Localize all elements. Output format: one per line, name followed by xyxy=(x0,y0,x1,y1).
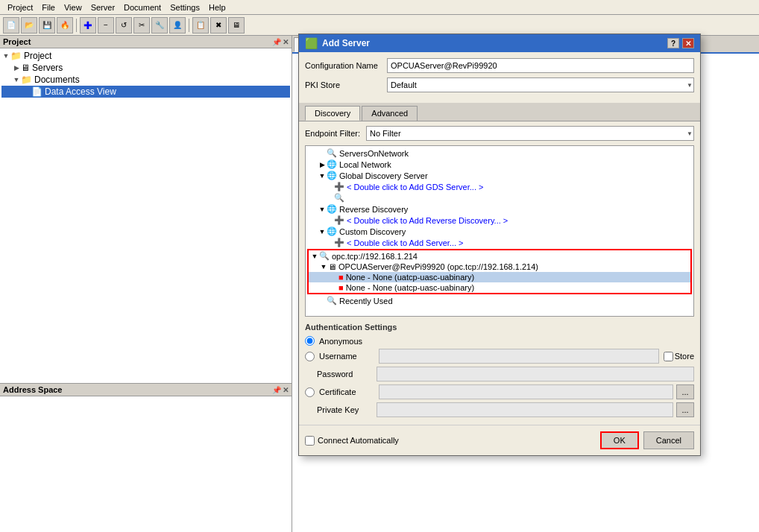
addrev-icon: ➕ xyxy=(334,215,344,225)
menu-document[interactable]: Document xyxy=(119,3,166,12)
user-btn[interactable]: 👤 xyxy=(169,17,186,34)
cross-btn[interactable]: ✖ xyxy=(210,17,227,34)
d-item-add-rev[interactable]: ➕ < Double click to Add Reverse Discover… xyxy=(307,215,692,226)
menu-settings[interactable]: Settings xyxy=(166,3,204,12)
d-item-none-none-1[interactable]: ■ None - None (uatcp-uasc-uabinary) xyxy=(309,272,690,282)
d-label-opc: opc.tcp://192.168.1.214 xyxy=(332,252,418,261)
auth-username-row: Username Store xyxy=(305,349,694,364)
d-item-opc-tcp[interactable]: ▼ 🔍 opc.tcp://192.168.1.214 xyxy=(309,250,690,262)
d-item-recently-used[interactable]: 🔍 Recently Used xyxy=(307,295,692,306)
d-expand-rev[interactable]: ▼ xyxy=(318,206,327,213)
address-close-icon[interactable]: ✕ xyxy=(283,386,289,394)
expand-documents[interactable]: ▼ xyxy=(12,76,21,83)
d-item-search-gds[interactable]: 🔍 xyxy=(307,192,692,203)
d-expand-opcua[interactable]: ▼ xyxy=(319,263,328,270)
close-panel-icon[interactable]: ✕ xyxy=(283,38,289,46)
discovery-tree[interactable]: 🔍 ServersOnNetwork ▶ 🌐 Local Network ▼ xyxy=(305,145,694,317)
dialog-title: Add Server xyxy=(322,38,370,48)
gds-icon: 🌐 xyxy=(327,171,337,180)
endpoint-filter-select[interactable]: No Filter xyxy=(366,126,694,141)
auth-username-radio[interactable] xyxy=(305,352,315,361)
auth-password-input[interactable] xyxy=(377,367,694,381)
project-tree: ▼ 📁 Project ▶ 🖥 Servers ▼ 📁 Documents 📄 xyxy=(0,48,292,383)
son-icon: 🔍 xyxy=(327,148,337,158)
store-label: Store xyxy=(675,352,694,361)
d-item-opcua-server[interactable]: ▼ 🖥 OPCUAServer@RevPi99920 (opc.tcp://19… xyxy=(309,262,690,272)
menu-project[interactable]: Project xyxy=(3,3,37,12)
address-space-content xyxy=(0,396,292,532)
d-expand-opc[interactable]: ▼ xyxy=(310,253,319,260)
d-item-none-none-2[interactable]: ■ None - None (uatcp-uasc-uabinary) xyxy=(309,282,690,293)
d-item-reverse[interactable]: ▼ 🌐 Reverse Discovery xyxy=(307,203,692,215)
auth-username-input[interactable] xyxy=(379,349,659,364)
d-expand-ln[interactable]: ▶ xyxy=(318,161,327,168)
auth-anonymous-radio[interactable] xyxy=(305,336,315,346)
cut-btn[interactable]: ✂ xyxy=(133,17,150,34)
d-label-ln: Local Network xyxy=(339,160,391,169)
dialog-buttons: OK Cancel xyxy=(600,431,694,449)
d-item-add-server[interactable]: ➕ < Double click to Add Server... > xyxy=(307,237,692,248)
add-btn[interactable]: ✚ xyxy=(80,17,96,34)
rev-icon: 🌐 xyxy=(327,204,337,214)
tab-discovery[interactable]: Discovery xyxy=(305,106,360,121)
panel-header-icons: 📌 ✕ xyxy=(272,38,289,46)
store-checkbox[interactable] xyxy=(664,352,673,361)
d-label-nn2: None - None (uatcp-uasc-uabinary) xyxy=(346,283,474,292)
endpoint-filter-row: Endpoint Filter: No Filter ▼ xyxy=(305,126,694,141)
cert-browse-button[interactable]: ... xyxy=(676,384,694,399)
cancel-button[interactable]: Cancel xyxy=(643,431,694,449)
menu-file[interactable]: File xyxy=(37,3,60,12)
new-btn[interactable]: 📄 xyxy=(3,17,19,34)
dialog-close-button[interactable]: ✕ xyxy=(682,38,694,48)
project-folder-icon: 📁 xyxy=(10,51,22,61)
pkey-browse-button[interactable]: ... xyxy=(676,402,694,417)
tree-item-project[interactable]: ▼ 📁 Project xyxy=(1,50,290,62)
pin-icon[interactable]: 📌 xyxy=(272,38,281,46)
menu-help[interactable]: Help xyxy=(204,3,230,12)
ln-icon: 🌐 xyxy=(327,159,337,169)
config-name-input[interactable] xyxy=(387,58,694,73)
menu-view[interactable]: View xyxy=(60,3,86,12)
refresh-btn[interactable]: ↺ xyxy=(116,17,132,34)
d-item-custom[interactable]: ▼ 🌐 Custom Discovery xyxy=(307,226,692,237)
auth-anonymous-row: Anonymous xyxy=(305,336,694,346)
auth-cert-input[interactable] xyxy=(379,384,673,399)
d-item-servers-on-network[interactable]: 🔍 ServersOnNetwork xyxy=(307,148,692,159)
connect-auto-checkbox[interactable] xyxy=(305,436,315,446)
monitor-btn[interactable]: 🖥 xyxy=(228,17,245,34)
documents-icon: 📁 xyxy=(21,75,32,85)
tab-advanced[interactable]: Advanced xyxy=(362,106,418,121)
tree-item-documents[interactable]: ▼ 📁 Documents xyxy=(1,74,290,86)
d-expand-gds[interactable]: ▼ xyxy=(318,172,327,180)
doc-btn[interactable]: 📋 xyxy=(192,17,209,34)
dialog-overlay: 🟩 Add Server ? ✕ Configuration Name PKI … xyxy=(298,34,716,525)
d-item-gds[interactable]: ▼ 🌐 Global Discovery Server xyxy=(307,170,692,181)
d-label-cust: Custom Discovery xyxy=(339,227,406,236)
d-expand-cust[interactable]: ▼ xyxy=(318,228,327,235)
sep1 xyxy=(76,19,77,32)
d-item-local-network[interactable]: ▶ 🌐 Local Network xyxy=(307,159,692,170)
wrench-btn[interactable]: 🔧 xyxy=(151,17,168,34)
save-btn[interactable]: 💾 xyxy=(39,17,55,34)
dialog-help-button[interactable]: ? xyxy=(667,38,679,48)
endpoint-filter-select-wrapper: No Filter ▼ xyxy=(366,126,694,141)
open-btn[interactable]: 📂 xyxy=(21,17,37,34)
auth-section: Authentication Settings Anonymous Userna… xyxy=(305,323,694,417)
auth-cert-radio[interactable] xyxy=(305,387,315,397)
pki-store-select[interactable]: Default xyxy=(387,77,694,92)
d-item-add-gds[interactable]: ➕ < Double click to Add GDS Server... > xyxy=(307,181,692,192)
tree-item-data-access-view[interactable]: 📄 Data Access View xyxy=(1,86,290,98)
auth-pkey-input[interactable] xyxy=(377,402,673,417)
endpoint-filter-label: Endpoint Filter: xyxy=(305,129,360,138)
address-pin-icon[interactable]: 📌 xyxy=(272,386,281,394)
tree-item-servers[interactable]: ▶ 🖥 Servers xyxy=(1,62,290,74)
expand-project[interactable]: ▼ xyxy=(1,52,10,60)
fire-btn[interactable]: 🔥 xyxy=(57,17,73,34)
nn1-icon: ■ xyxy=(338,273,344,282)
ok-button[interactable]: OK xyxy=(600,431,639,449)
toolbar: 📄 📂 💾 🔥 ✚ − ↺ ✂ 🔧 👤 📋 ✖ 🖥 xyxy=(0,15,759,36)
minus-btn[interactable]: − xyxy=(98,17,114,34)
expand-servers[interactable]: ▶ xyxy=(12,64,21,72)
d-label-nn1: None - None (uatcp-uasc-uabinary) xyxy=(346,273,474,282)
menu-server[interactable]: Server xyxy=(86,3,119,12)
